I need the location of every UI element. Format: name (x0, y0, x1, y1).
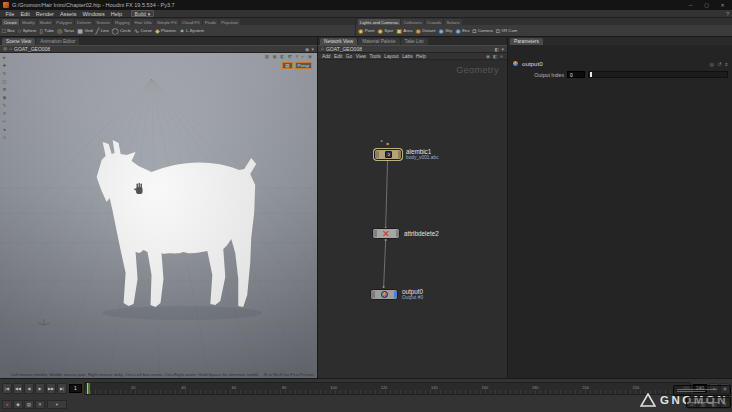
gear-icon[interactable]: ≡ (725, 61, 728, 67)
viewport-path[interactable]: GOAT_GEO008 (14, 46, 50, 52)
scale-tool-icon[interactable]: ◱ (2, 80, 6, 85)
node-alembic1[interactable]: alembic1 body_v001.abc (374, 148, 439, 161)
shelf-tool-torus[interactable]: ◎Torus (57, 28, 74, 34)
pane-tab-animation-editor[interactable]: Animation Editor (36, 38, 79, 45)
menu-help[interactable]: Help (108, 11, 124, 17)
brush-tool-icon[interactable]: ● (3, 128, 6, 133)
shelf-tool-l-system[interactable]: ✶L-System (179, 28, 204, 34)
move-tool-icon[interactable]: ✚ (3, 64, 7, 69)
node-attribdelete2[interactable]: ✕ attribdelete2 (372, 228, 439, 239)
slider-handle[interactable] (590, 72, 592, 77)
pane-tab-scene-view[interactable]: Scene View (2, 38, 35, 45)
view-grid-button[interactable]: ▤ (282, 62, 292, 69)
bypass-flag[interactable] (373, 230, 377, 237)
shelf-tool-line[interactable]: ╱Line (96, 28, 109, 34)
network-menu-edit[interactable]: Edit (334, 54, 342, 59)
step-forward-button[interactable]: ▶ (35, 383, 45, 394)
home-icon[interactable]: ⌂ (321, 47, 324, 52)
playback-options-button[interactable]: ≡ (35, 400, 45, 409)
viewport[interactable]: ►✚↻◱⊞◉✎≡✂●◇ ▦▣◧◩≡◐◉ ▤ Persp Left mouse t… (0, 53, 317, 378)
menu-edit[interactable]: Edit (18, 11, 32, 17)
jump-end-button[interactable]: ▶| (57, 383, 67, 394)
bypass-flag[interactable] (375, 151, 379, 158)
current-frame-field[interactable]: 1 (69, 384, 82, 393)
camera-select-button[interactable]: Persp (295, 62, 312, 69)
network-menu-tools[interactable]: Tools (370, 54, 381, 59)
node-name[interactable]: output0 (402, 288, 423, 295)
network-menu-view[interactable]: View (356, 54, 366, 59)
network-menu-labs[interactable]: Labs (402, 54, 412, 59)
network-menu-go[interactable]: Go (346, 54, 352, 59)
camera-icon[interactable]: ◉ (305, 47, 309, 52)
shelf-tool-sky[interactable]: ◉Sky (439, 28, 453, 34)
display-options-icon[interactable]: ◧ (280, 55, 284, 60)
network-menu-icon[interactable]: ▾ (502, 47, 504, 52)
node-name[interactable]: alembic1 (406, 148, 439, 155)
shelf-tool-sphere[interactable]: ○Sphere (18, 28, 37, 34)
view-tool-icon[interactable]: ◉ (3, 96, 7, 101)
keyframe-scope-dropdown[interactable]: ▾ (47, 400, 67, 409)
help-icon[interactable]: ? (726, 11, 729, 17)
shelf-tool-point[interactable]: ◉Point (358, 28, 375, 34)
menu-windows[interactable]: Windows (80, 11, 107, 17)
shelf-tool-circle[interactable]: ◯Circle (112, 28, 131, 34)
snap-options-icon[interactable]: ≡ (3, 112, 6, 117)
color-palette-icon[interactable]: ◧ (493, 54, 497, 59)
grid-toggle-icon[interactable]: ▦ (265, 55, 269, 60)
shelf-tool-curve[interactable]: ∿Curve (134, 28, 152, 34)
menu-file[interactable]: File (3, 11, 17, 17)
display-flag[interactable] (394, 291, 398, 298)
home-icon[interactable]: ⌂ (9, 47, 12, 52)
pane-tab-material-palette[interactable]: Material Palette (358, 38, 399, 45)
set-key-button[interactable]: ◆ (13, 400, 23, 409)
shelf-tool-vr-cam[interactable]: ◘VR Cam (496, 28, 517, 34)
shelf-tool-camera[interactable]: ◘Camera (473, 28, 493, 34)
play-backward-button[interactable]: ◀◀ (13, 383, 23, 394)
motion-options-button[interactable]: ▤ (24, 400, 34, 409)
pin-icon[interactable]: ◎ (710, 61, 714, 67)
rotate-tool-icon[interactable]: ↻ (3, 72, 7, 77)
shading-mode-icon[interactable]: ▣ (272, 55, 276, 60)
maximize-button[interactable]: ▢ (700, 0, 713, 10)
lighting-mode-icon[interactable]: ◩ (288, 55, 292, 60)
viewport-canvas[interactable] (0, 53, 317, 378)
shelf-tool-box[interactable]: □Box (2, 28, 15, 34)
edit-tool-icon[interactable]: ✎ (3, 104, 7, 109)
pane-tab-take-list[interactable]: Take List (401, 38, 428, 45)
snapshot-icon[interactable]: ◉ (486, 54, 490, 59)
goat-silhouette[interactable] (97, 140, 256, 307)
shelf-tool-grid[interactable]: ▦Grid (77, 28, 92, 34)
network-menu-add[interactable]: Add (322, 54, 331, 59)
display-flag[interactable] (396, 230, 400, 237)
output-index-slider[interactable] (588, 71, 728, 78)
network-path[interactable]: GOAT_GEO008 (326, 46, 362, 52)
menu-render[interactable]: Render (33, 11, 56, 17)
shelf-tool-distant[interactable]: ◉Distant (415, 28, 435, 34)
handles-tool-icon[interactable]: ⊞ (3, 88, 7, 93)
playhead[interactable] (87, 383, 90, 394)
view-menu-icon[interactable]: ≡ (296, 55, 299, 60)
network-canvas[interactable]: Geometry alembic1 body_v001.abc (318, 60, 507, 378)
auto-key-toggle[interactable]: ● (2, 400, 12, 409)
pane-tab-network-view[interactable]: Network View (320, 38, 357, 45)
misc-tool-icon[interactable]: ◇ (3, 136, 6, 141)
shelf-tool-platonic[interactable]: ◆Platonic (155, 28, 176, 34)
select-tool-icon[interactable]: ► (2, 56, 6, 61)
pane-tab-parameters[interactable]: Parameters (510, 38, 543, 45)
close-button[interactable]: ✕ (716, 0, 729, 10)
jump-start-button[interactable]: |◀ (2, 383, 12, 394)
node-output0-body[interactable] (370, 289, 398, 300)
bypass-flag[interactable] (371, 291, 375, 298)
step-back-button[interactable]: ◀ (24, 383, 34, 394)
viewport-menu-icon[interactable]: ▾ (312, 47, 314, 52)
timeline[interactable]: 20406080100120140160180200220240 (84, 382, 691, 395)
desktop-selector[interactable]: Build ▾ (131, 10, 155, 17)
node-alembic1-body[interactable] (374, 149, 402, 160)
node-name[interactable]: attribdelete2 (404, 230, 439, 237)
display-flag[interactable] (398, 151, 402, 158)
menu-assets[interactable]: Assets (57, 11, 79, 17)
pin-icon[interactable]: ◎ (3, 47, 7, 52)
background-toggle-icon[interactable]: ◐ (302, 55, 305, 60)
shelf-tool-area[interactable]: ▣Area (396, 28, 412, 34)
cut-tool-icon[interactable]: ✂ (3, 120, 7, 125)
